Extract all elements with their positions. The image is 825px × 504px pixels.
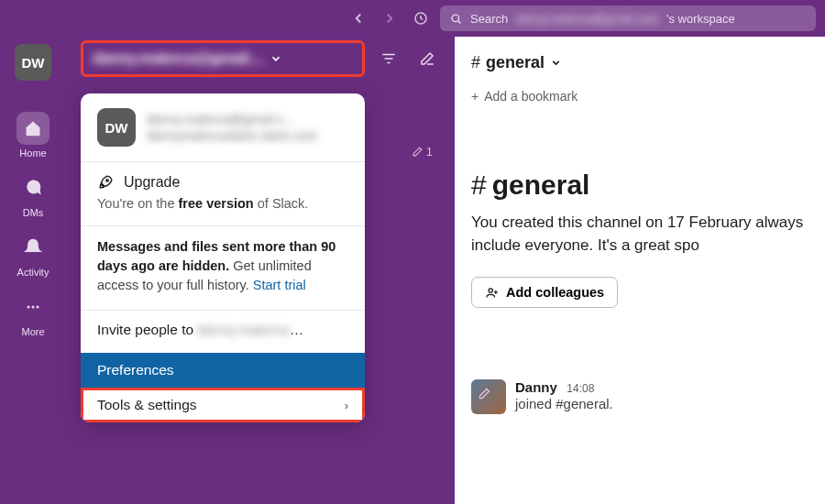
- hash-icon: #: [471, 53, 480, 72]
- more-icon: [16, 290, 50, 323]
- svg-point-3: [32, 306, 35, 309]
- filter-button[interactable]: [374, 44, 403, 73]
- hash-icon: #: [471, 170, 487, 201]
- chevron-right-icon: ›: [345, 399, 348, 412]
- menu-history-notice: Messages and files sent more than 90 day…: [81, 225, 365, 310]
- rail-label: More: [21, 326, 44, 337]
- search-workspace-blur: danny.malorca@gmail.com: [515, 12, 659, 26]
- pencil-icon: [478, 387, 491, 404]
- rail-more[interactable]: More: [7, 290, 59, 337]
- add-bookmark-button[interactable]: + Add a bookmark: [471, 89, 808, 104]
- rail-label: DMs: [23, 207, 44, 218]
- svg-point-2: [28, 306, 30, 309]
- channel-description: You created this channel on 17 February …: [471, 212, 825, 257]
- svg-point-5: [106, 180, 108, 181]
- upgrade-subtext: You're on the free version of Slack.: [97, 196, 348, 211]
- channel-title: # general: [471, 170, 825, 201]
- add-colleagues-button[interactable]: Add colleagues: [471, 277, 618, 308]
- message-author[interactable]: Danny: [515, 379, 557, 395]
- rail-activity[interactable]: Activity: [7, 231, 59, 278]
- pencil-icon: [412, 146, 424, 158]
- search-label: Search: [470, 12, 508, 26]
- channel-header[interactable]: # general: [471, 53, 808, 72]
- menu-preferences[interactable]: Preferences: [81, 353, 365, 388]
- menu-ws-name: danny.malorca@gmail.c...: [147, 111, 317, 127]
- add-person-icon: [485, 286, 499, 300]
- dms-icon: [16, 171, 50, 204]
- search-input[interactable]: Search danny.malorca@gmail.com 's worksp…: [440, 5, 816, 31]
- nav-forward-button[interactable]: [378, 6, 402, 30]
- svg-point-1: [452, 15, 459, 22]
- workspace-menu: DW danny.malorca@gmail.c... dannymalorca…: [81, 93, 365, 422]
- activity-icon: [16, 231, 50, 264]
- menu-tools-settings[interactable]: Tools & settings ›: [81, 388, 365, 422]
- rail-dms[interactable]: DMs: [7, 171, 59, 218]
- menu-header[interactable]: DW danny.malorca@gmail.c... dannymalorca…: [81, 93, 365, 161]
- svg-point-6: [489, 289, 492, 292]
- search-icon: [449, 12, 463, 26]
- menu-upgrade[interactable]: Upgrade You're on the free version of Sl…: [81, 161, 365, 225]
- message-text: joined #general.: [515, 396, 613, 411]
- search-suffix: 's workspace: [666, 12, 735, 26]
- rail-home[interactable]: Home: [7, 112, 59, 159]
- compose-button[interactable]: [412, 44, 442, 73]
- upgrade-label: Upgrade: [124, 174, 180, 191]
- left-rail: DW Home DMs Activity More: [0, 37, 66, 504]
- menu-ws-url: dannymalorcaslack.slack.com: [147, 127, 317, 144]
- workspace-avatar[interactable]: DW: [15, 44, 51, 81]
- chevron-down-icon: [550, 57, 562, 69]
- workspace-switcher[interactable]: danny.malorca@gmail....: [81, 40, 365, 77]
- svg-point-4: [37, 306, 39, 309]
- rail-label: Activity: [17, 267, 50, 278]
- nav-back-button[interactable]: [346, 6, 370, 30]
- menu-invite[interactable]: Invite people to danny.malorca …: [81, 310, 365, 353]
- plus-icon: +: [471, 89, 478, 104]
- workspace-name: danny.malorca@gmail....: [93, 49, 264, 68]
- start-trial-link[interactable]: Start trial: [253, 278, 306, 292]
- draft-indicator[interactable]: 1: [412, 145, 433, 159]
- history-button[interactable]: [409, 6, 433, 30]
- rail-label: Home: [19, 148, 46, 159]
- home-icon: [16, 112, 50, 145]
- message-time: 14:08: [566, 382, 594, 395]
- rocket-icon: [97, 173, 115, 191]
- chevron-down-icon: [270, 52, 282, 65]
- menu-avatar: DW: [97, 108, 136, 147]
- message-row[interactable]: Danny 14:08 joined #general.: [455, 363, 825, 431]
